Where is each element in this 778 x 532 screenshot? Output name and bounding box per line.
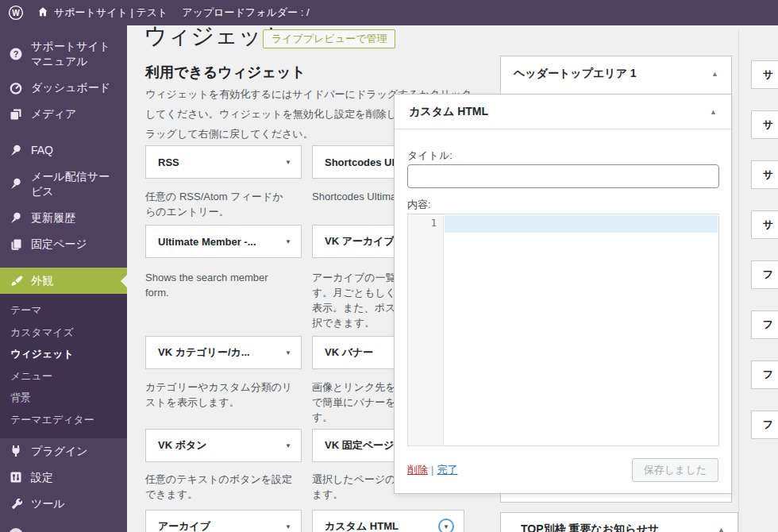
title-field-label: タイトル: [407,148,453,163]
widget-description: 任意のテキストのボタンを設定できます。 [145,472,292,502]
appearance-submenu: テーマ カスタマイズ ウィジェット メニュー 背景 テーマエディター [0,294,127,438]
dashboard-icon [9,81,23,95]
chevron-up-icon[interactable]: ▲ [711,70,718,78]
panel-title: ヘッダートップエリア 1 [514,67,637,81]
chevron-down-icon[interactable]: ▼ [285,442,291,449]
widget-description: Shows the search memberform. [145,270,268,300]
widget-area-box[interactable]: フ [751,360,778,389]
top-notice-area-panel: TOP別枠 重要なお知らせサ ▲ [500,512,738,532]
top-notice-area-header[interactable]: TOP別枠 重要なお知らせサ ▲ [501,513,738,532]
widget-area-box[interactable]: フ [751,260,778,289]
main-content: ウィジェット ライブプレビューで管理 利用できるウィジェット ウィジェットを有効… [127,25,778,532]
widget-form-title: カスタム HTML [409,105,488,119]
submenu-item-widgets[interactable]: ウィジェット [0,343,127,365]
widget-area-box[interactable]: フ [751,310,778,339]
tools-icon [9,496,23,511]
sidebar-item-media[interactable]: メディア [0,101,127,127]
widget-card-vk-button[interactable]: VK ボタン ▼ [145,429,302,462]
widget-card-ultimate-member[interactable]: Ultimate Member -... ▼ [145,225,302,258]
widget-card-rss[interactable]: RSS ▼ [145,145,302,179]
saved-button[interactable]: 保存しました [632,458,718,482]
chevron-down-icon[interactable]: ▼ [285,349,291,357]
sidebar-item-dashboard[interactable]: ダッシュボード [0,75,127,101]
sidebar-item-settings[interactable]: 設定 [0,465,127,491]
submenu-item-themes[interactable]: テーマ [0,299,127,322]
plugin-icon [9,444,23,458]
sidebar-item-mail-service[interactable]: メール配信サービス [0,164,127,205]
pin-icon [9,177,23,191]
menu-separator [0,127,127,137]
header-top-area-header[interactable]: ヘッダートップエリア 1 ▲ [501,56,731,91]
editor-active-line [445,215,718,233]
custom-html-widget-form: カスタム HTML ▲ タイトル: 内容: 1 削除|完了 保存しました [394,94,732,494]
wordpress-admin-screen: W サポートサイト | テスト アップロードフォルダー : / ? サポートサイ… [0,0,778,532]
chevron-down-icon-focused[interactable]: ▼ [438,519,454,532]
delete-link[interactable]: 削除 [407,464,428,476]
sidebar-item-faq[interactable]: FAQ [0,137,127,164]
widget-description: カテゴリーやカスタム分類のリストを表示します。 [145,380,292,410]
sidebar-item-plugins[interactable]: プラグイン [0,438,127,465]
help-icon: ? [9,47,23,61]
wordpress-logo-icon[interactable]: W [8,5,24,21]
widget-area-box[interactable]: サ [751,210,778,239]
widget-form-header[interactable]: カスタム HTML ▲ [395,94,731,129]
panel-title: TOP別枠 重要なお知らせサ [521,522,659,532]
column-divider [738,30,739,532]
current-menu-arrow [121,275,127,287]
chevron-down-icon[interactable]: ▼ [285,159,291,166]
widget-area-box[interactable]: サ [751,160,778,189]
admin-bar: W サポートサイト | テスト アップロードフォルダー : / [0,0,778,25]
widget-card-custom-html[interactable]: カスタム HTML ▼ [312,510,464,532]
admin-sidebar: ? サポートサイトマニュアル ダッシュボード メディア FAQ [0,25,127,532]
pages-icon [9,237,23,252]
widget-area-box[interactable]: サ [751,110,778,139]
widget-description: 任意の RSS/Atom フィードからのエントリー。 [145,189,283,219]
chevron-down-icon[interactable]: ▼ [285,523,291,530]
appearance-icon [9,274,23,288]
svg-text:?: ? [13,49,19,59]
chevron-up-icon[interactable]: ▲ [718,526,725,532]
menu-separator [0,257,127,268]
submenu-item-menus[interactable]: メニュー [0,365,127,387]
submenu-item-theme-editor[interactable]: テーマエディター [0,409,127,431]
editor-gutter: 1 [408,214,444,445]
sidebar-item-support-manual[interactable]: ? サポートサイトマニュアル [0,33,127,75]
sidebar-item-tools[interactable]: ツール [0,491,127,517]
sidebar-item-appearance[interactable]: 外観 [0,268,127,294]
line-number: 1 [431,218,437,229]
html-code-editor[interactable]: 1 [407,214,719,446]
chevron-down-icon[interactable]: ▼ [285,238,291,245]
sidebar-item-pages[interactable]: 固定ページ [0,231,127,257]
widget-description: Shortcodes Ultimate [312,189,405,204]
widget-card-archives[interactable]: アーカイブ ▼ [145,510,302,532]
submenu-item-customize[interactable]: カスタマイズ [0,322,127,344]
media-icon [9,107,23,121]
pin-icon [9,144,23,158]
upload-folder-menu[interactable]: アップロードフォルダー : / [182,6,309,20]
live-preview-button[interactable]: ライブプレビューで管理 [263,29,395,48]
widget-card-vk-category[interactable]: VK カテゴリー/カ... ▼ [145,336,302,369]
sidebar-item-update-history[interactable]: 更新履歴 [0,205,127,231]
done-link[interactable]: 完了 [437,464,457,476]
chevron-up-icon[interactable]: ▲ [710,108,717,116]
available-widgets-heading: 利用できるウィジェット [145,63,306,82]
pin-icon [9,211,23,226]
site-title: サポートサイト | テスト [54,6,168,20]
svg-text:W: W [12,9,20,17]
partial-menu-icon [9,528,23,532]
home-icon [37,6,49,21]
submenu-item-background[interactable]: 背景 [0,387,127,409]
widget-area-box[interactable]: サ [751,60,778,89]
widget-area-box[interactable]: フ [751,411,778,439]
site-name-menu[interactable]: サポートサイト | テスト [37,6,168,21]
settings-icon [9,470,23,484]
content-field-label: 内容: [407,198,431,212]
title-input[interactable] [407,164,719,188]
